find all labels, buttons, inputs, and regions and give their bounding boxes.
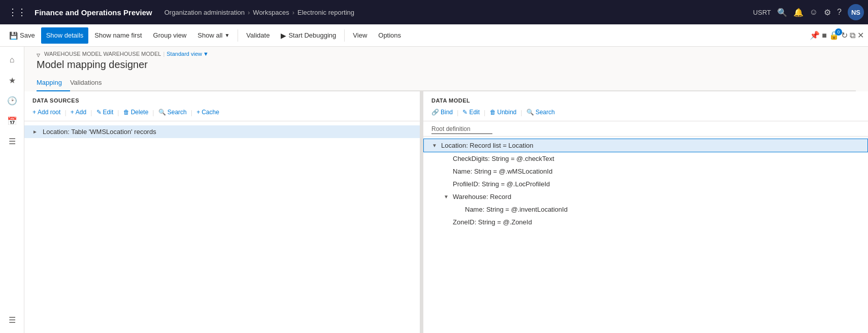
datamodel-actions: 🔗 Bind | ✎ Edit | 🗑 Unbind xyxy=(431,108,860,117)
smiley-icon[interactable]: ☺ xyxy=(810,8,818,17)
sidebar-list-icon[interactable]: ☰ xyxy=(3,132,21,150)
app-title: Finance and Operations Preview xyxy=(35,8,152,17)
pin-icon[interactable]: 📌 xyxy=(810,30,820,40)
model-chevron-0: ▼ xyxy=(432,143,440,148)
search-dm-button[interactable]: 🔍 Search xyxy=(526,108,555,117)
cache-button[interactable]: + Cache xyxy=(196,108,219,117)
settings-icon[interactable]: ⚙ xyxy=(824,8,831,17)
sidebar-home-icon[interactable]: ⌂ xyxy=(3,51,21,69)
datamodel-title: DATA MODEL xyxy=(431,97,860,104)
datamodel-tree: ▼ Location: Record list = Location Check… xyxy=(423,137,868,333)
show-details-button[interactable]: Show details xyxy=(41,27,89,44)
search-dm-icon: 🔍 xyxy=(526,109,534,116)
edit-dm-button[interactable]: ✎ Edit xyxy=(462,108,480,117)
filter-breadcrumb-row: ▿ WAREHOUSE MODEL WAREHOUSE MODEL | Stan… xyxy=(37,51,856,59)
show-all-button[interactable]: Show all ▼ xyxy=(192,27,235,44)
left-sidebar: ⌂ ★ 🕑 📅 ☰ ☰ xyxy=(0,47,24,333)
unbind-button[interactable]: 🗑 Unbind xyxy=(490,108,517,117)
filter-icon[interactable]: ▿ xyxy=(37,51,40,59)
model-label-0: Location: Record list = Location xyxy=(441,142,533,149)
datasources-pane: DATA SOURCES + Add root | + Add | xyxy=(24,91,420,333)
model-item-5[interactable]: Name: String = @.inventLocationId xyxy=(423,203,868,216)
datasources-actions: + Add root | + Add | ✎ Edit | xyxy=(32,108,412,117)
edit-ds-button[interactable]: ✎ Edit xyxy=(96,108,114,117)
model-chevron-4: ▼ xyxy=(444,194,452,199)
breadcrumb-sep-1: › xyxy=(248,9,250,16)
model-label-2: Name: String = @.wMSLocationId xyxy=(453,168,552,175)
edit-dm-icon: ✎ xyxy=(462,109,468,116)
search-ds-button[interactable]: 🔍 Search xyxy=(158,108,187,117)
page-header: ▿ WAREHOUSE MODEL WAREHOUSE MODEL | Stan… xyxy=(24,47,868,91)
notification-icon[interactable]: 🔔 xyxy=(793,8,804,17)
sidebar-calendar-icon[interactable]: 📅 xyxy=(3,112,21,130)
model-item-2[interactable]: Name: String = @.wMSLocationId xyxy=(423,165,868,178)
model-item-4[interactable]: ▼ Warehouse: Record xyxy=(423,190,868,203)
search-icon[interactable]: 🔍 xyxy=(777,8,787,17)
tab-validations[interactable]: Validations xyxy=(70,75,110,91)
grid-menu-icon[interactable]: ⋮⋮ xyxy=(4,5,30,20)
avatar[interactable]: NS xyxy=(848,4,864,20)
options-button[interactable]: Options xyxy=(373,27,406,44)
extension-icon[interactable]: ■ xyxy=(822,31,827,40)
delete-button[interactable]: 🗑 Delete xyxy=(123,108,149,117)
username-label: USRT xyxy=(753,9,771,16)
search-ds-icon: 🔍 xyxy=(158,109,166,116)
datasources-tree: ► Location: Table 'WMSLocation' records xyxy=(24,121,420,333)
breadcrumb-sep-2: › xyxy=(292,9,294,16)
root-definition-label: Root definition xyxy=(423,121,868,137)
datasources-title: DATA SOURCES xyxy=(32,97,412,104)
save-button[interactable]: 💾 Save xyxy=(4,27,40,44)
page-title: Model mapping designer xyxy=(37,59,856,71)
add-root-button[interactable]: + Add root xyxy=(32,108,60,117)
show-all-dropdown-icon: ▼ xyxy=(224,32,229,38)
help-icon[interactable]: ? xyxy=(837,8,842,17)
notification-toolbar-icon[interactable]: 🔒 0 xyxy=(829,30,839,40)
toolbar: 💾 Save Show details Show name first Grou… xyxy=(0,24,868,47)
start-debugging-button[interactable]: ▶ Start Debugging xyxy=(276,27,341,44)
plus-icon-2: + xyxy=(71,109,74,116)
cache-icon: + xyxy=(196,109,200,116)
toolbar-right: 📌 ■ 🔒 0 ↻ ⧉ ✕ xyxy=(810,30,864,40)
model-label-6: ZoneID: String = @.ZoneId xyxy=(453,218,532,226)
breadcrumb-er[interactable]: Electronic reporting xyxy=(297,9,354,16)
add-button[interactable]: + Add xyxy=(71,108,86,117)
sidebar-star-icon[interactable]: ★ xyxy=(3,71,21,89)
validate-button[interactable]: Validate xyxy=(241,27,275,44)
breadcrumb-wh: WAREHOUSE MODEL WAREHOUSE MODEL xyxy=(44,51,161,57)
close-icon[interactable]: ✕ xyxy=(857,30,864,40)
model-item-3[interactable]: ProfileID: String = @.LocProfileId xyxy=(423,178,868,190)
datasources-header: DATA SOURCES + Add root | + Add | xyxy=(24,91,420,121)
tree-chevron-location: ► xyxy=(32,129,41,135)
model-label-4: Warehouse: Record xyxy=(453,193,511,201)
popout-icon[interactable]: ⧉ xyxy=(850,31,855,40)
show-name-first-button[interactable]: Show name first xyxy=(89,27,147,44)
edit-icon: ✎ xyxy=(96,109,102,116)
debug-icon: ▶ xyxy=(281,31,286,40)
tab-mapping[interactable]: Mapping xyxy=(37,75,70,91)
sidebar-collapse-icon[interactable]: ☰ xyxy=(3,311,21,333)
model-item-0[interactable]: ▼ Location: Record list = Location xyxy=(423,139,868,152)
breadcrumb-workspaces[interactable]: Workspaces xyxy=(253,9,289,16)
datamodel-header: DATA MODEL 🔗 Bind | ✎ Edit | xyxy=(423,91,868,121)
top-navigation-bar: ⋮⋮ Finance and Operations Preview Organi… xyxy=(0,0,868,24)
group-view-button[interactable]: Group view xyxy=(148,27,192,44)
toolbar-separator-1 xyxy=(238,29,238,42)
main-layout: ⌂ ★ 🕑 📅 ☰ ☰ ▿ WAREHOUSE MODEL WAREHOUSE … xyxy=(0,47,868,333)
tree-label-location: Location: Table 'WMSLocation' records xyxy=(43,128,156,136)
sidebar-recent-icon[interactable]: 🕑 xyxy=(3,91,21,110)
standard-view-button[interactable]: Standard view ▼ xyxy=(166,51,209,57)
save-icon: 💾 xyxy=(9,31,18,40)
view-button[interactable]: View xyxy=(348,27,372,44)
breadcrumb-org[interactable]: Organization administration xyxy=(164,9,245,16)
model-label-3: ProfileID: String = @.LocProfileId xyxy=(453,180,550,188)
plus-icon: + xyxy=(32,109,36,116)
model-item-1[interactable]: CheckDigits: String = @.checkText xyxy=(423,152,868,165)
page-tabs: Mapping Validations xyxy=(37,75,856,91)
delete-icon: 🗑 xyxy=(123,109,129,116)
toolbar-separator-2 xyxy=(344,29,345,42)
model-label-1: CheckDigits: String = @.checkText xyxy=(453,155,554,162)
unbind-icon: 🗑 xyxy=(490,109,496,116)
bind-button[interactable]: 🔗 Bind xyxy=(431,108,453,117)
tree-item-location[interactable]: ► Location: Table 'WMSLocation' records xyxy=(24,125,420,138)
model-item-6[interactable]: ZoneID: String = @.ZoneId xyxy=(423,216,868,228)
